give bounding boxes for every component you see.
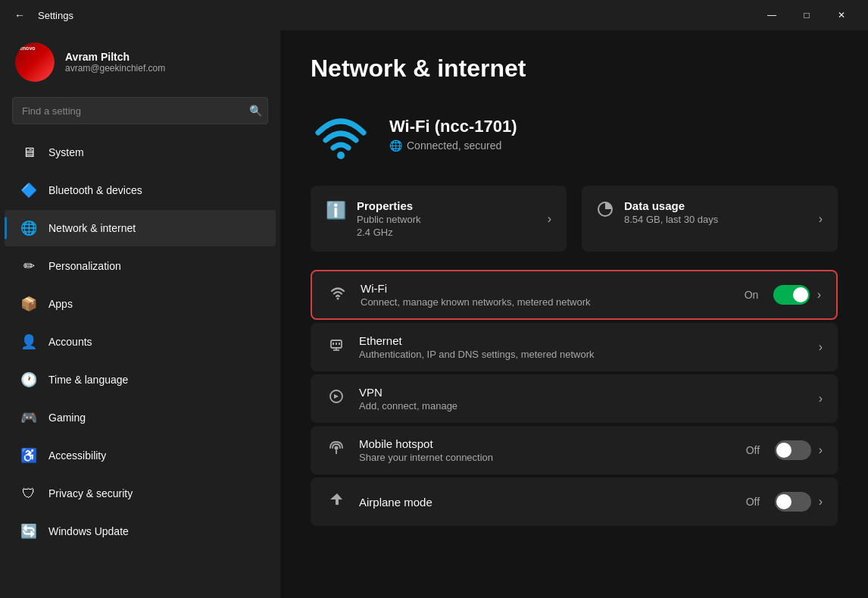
bluetooth-icon: 🔷 bbox=[20, 181, 38, 199]
properties-title: Properties bbox=[357, 199, 537, 212]
user-section[interactable]: lenovo Avram Piltch avram@geekinchief.co… bbox=[0, 30, 280, 94]
airplane-setting-title: Airplane mode bbox=[359, 496, 734, 509]
main-content: Network & internet Wi- bbox=[280, 30, 868, 598]
toggle-hotspot[interactable] bbox=[775, 440, 811, 460]
network-icon: 🌐 bbox=[20, 219, 38, 237]
vpn-setting-right: › bbox=[819, 392, 823, 405]
system-label: System bbox=[48, 146, 84, 158]
lenovo-logo: lenovo bbox=[18, 45, 36, 51]
time-label: Time & language bbox=[48, 374, 128, 386]
globe-icon: 🌐 bbox=[389, 139, 402, 152]
wifi-status: 🌐 Connected, secured bbox=[389, 139, 517, 152]
settings-list: Wi-Fi Connect, manage known networks, me… bbox=[311, 270, 838, 526]
wifi-status-text: Connected, secured bbox=[407, 139, 501, 152]
wifi-setting-icon bbox=[327, 284, 348, 305]
user-info: Avram Piltch avram@geekinchief.com bbox=[65, 51, 165, 74]
chevron-wifi: › bbox=[817, 288, 821, 302]
minimize-button[interactable]: — bbox=[754, 3, 789, 27]
data-usage-sub: 8.54 GB, last 30 days bbox=[624, 214, 808, 225]
toggle-thumb-hotspot bbox=[776, 443, 792, 458]
sidebar-item-bluetooth[interactable]: 🔷 Bluetooth & devices bbox=[5, 172, 276, 208]
chevron-ethernet: › bbox=[819, 340, 823, 354]
wifi-setting-title: Wi-Fi bbox=[361, 282, 732, 295]
wifi-setting-sub: Connect, manage known networks, metered … bbox=[361, 296, 732, 308]
setting-row-wifi[interactable]: Wi-Fi Connect, manage known networks, me… bbox=[311, 270, 838, 320]
properties-sub1: Public network bbox=[357, 214, 537, 225]
apps-label: Apps bbox=[48, 298, 73, 310]
time-icon: 🕐 bbox=[20, 371, 38, 389]
vpn-setting-text: VPN Add, connect, manage bbox=[359, 386, 807, 412]
svg-point-10 bbox=[335, 446, 339, 450]
svg-rect-4 bbox=[333, 343, 334, 345]
properties-card[interactable]: ℹ️ Properties Public network 2.4 GHz › bbox=[311, 186, 567, 252]
info-row: ℹ️ Properties Public network 2.4 GHz › bbox=[311, 186, 838, 252]
sidebar-item-update[interactable]: 🔄 Windows Update bbox=[5, 513, 276, 549]
wifi-hero: Wi-Fi (ncc-1701) 🌐 Connected, secured bbox=[311, 104, 838, 164]
sidebar-item-time[interactable]: 🕐 Time & language bbox=[5, 362, 276, 398]
info-icon: ℹ️ bbox=[326, 201, 346, 221]
accessibility-icon: ♿ bbox=[20, 446, 38, 465]
hotspot-setting-text: Mobile hotspot Share your internet conne… bbox=[359, 437, 734, 463]
sidebar-item-apps[interactable]: 📦 Apps bbox=[5, 286, 276, 322]
sidebar-item-gaming[interactable]: 🎮 Gaming bbox=[5, 399, 276, 436]
sidebar-item-privacy[interactable]: 🛡 Privacy & security bbox=[5, 475, 276, 512]
wifi-icon-large bbox=[311, 104, 371, 164]
avatar: lenovo bbox=[15, 42, 55, 82]
sidebar-item-network[interactable]: 🌐 Network & internet bbox=[5, 210, 276, 246]
setting-row-hotspot[interactable]: Mobile hotspot Share your internet conne… bbox=[311, 426, 838, 474]
back-button[interactable]: ← bbox=[9, 5, 30, 26]
search-input[interactable] bbox=[12, 97, 268, 124]
avatar-inner: lenovo bbox=[15, 42, 55, 82]
ethernet-setting-sub: Authentication, IP and DNS settings, met… bbox=[359, 349, 807, 360]
gaming-icon: 🎮 bbox=[20, 409, 38, 427]
accounts-label: Accounts bbox=[48, 336, 92, 348]
titlebar-controls: — □ ✕ bbox=[754, 3, 859, 27]
toggle-airplane[interactable] bbox=[775, 492, 811, 512]
setting-row-vpn[interactable]: VPN Add, connect, manage › bbox=[311, 374, 838, 423]
toggle-label-airplane: Off bbox=[746, 496, 767, 508]
vpn-setting-icon bbox=[326, 388, 347, 409]
sidebar-item-accessibility[interactable]: ♿ Accessibility bbox=[5, 437, 276, 474]
svg-rect-6 bbox=[339, 343, 340, 345]
personalization-label: Personalization bbox=[48, 260, 121, 272]
setting-row-ethernet[interactable]: Ethernet Authentication, IP and DNS sett… bbox=[311, 323, 838, 371]
personalization-icon: ✏ bbox=[20, 257, 38, 275]
setting-row-airplane[interactable]: Airplane mode Off › bbox=[311, 477, 838, 526]
privacy-icon: 🛡 bbox=[20, 484, 38, 503]
hotspot-setting-right: Off › bbox=[746, 440, 823, 460]
system-icon: 🖥 bbox=[20, 143, 38, 161]
content: lenovo Avram Piltch avram@geekinchief.co… bbox=[0, 30, 868, 598]
search-icon[interactable]: 🔍 bbox=[249, 105, 262, 117]
hotspot-setting-icon bbox=[326, 440, 347, 461]
network-label: Network & internet bbox=[48, 222, 136, 234]
accessibility-label: Accessibility bbox=[48, 449, 106, 462]
chevron-vpn: › bbox=[819, 392, 823, 405]
nav-list: 🖥 System 🔷 Bluetooth & devices 🌐 Network… bbox=[0, 133, 280, 550]
titlebar-left: ← Settings bbox=[9, 5, 73, 26]
maximize-button[interactable]: □ bbox=[789, 3, 824, 27]
settings-window: ← Settings — □ ✕ lenovo Avram Piltch avr… bbox=[0, 0, 868, 598]
data-usage-card-text: Data usage 8.54 GB, last 30 days bbox=[624, 199, 808, 225]
vpn-setting-title: VPN bbox=[359, 386, 807, 399]
properties-chevron: › bbox=[548, 212, 551, 226]
wifi-setting-text: Wi-Fi Connect, manage known networks, me… bbox=[361, 282, 732, 308]
bluetooth-label: Bluetooth & devices bbox=[48, 184, 142, 196]
svg-point-0 bbox=[337, 152, 345, 159]
sidebar-item-system[interactable]: 🖥 System bbox=[5, 134, 276, 171]
sidebar-item-accounts[interactable]: 👤 Accounts bbox=[5, 324, 276, 360]
svg-rect-5 bbox=[336, 343, 337, 345]
accounts-icon: 👤 bbox=[20, 333, 38, 351]
app-title: Settings bbox=[38, 10, 73, 21]
toggle-wifi[interactable] bbox=[773, 285, 810, 305]
close-button[interactable]: ✕ bbox=[824, 3, 859, 27]
titlebar: ← Settings — □ ✕ bbox=[0, 0, 868, 30]
properties-card-text: Properties Public network 2.4 GHz bbox=[357, 199, 537, 238]
search-box: 🔍 bbox=[12, 97, 268, 124]
ethernet-setting-title: Ethernet bbox=[359, 334, 807, 347]
wifi-setting-right: On › bbox=[745, 285, 821, 305]
data-usage-card[interactable]: Data usage 8.54 GB, last 30 days › bbox=[582, 186, 838, 252]
data-usage-chevron: › bbox=[819, 212, 823, 226]
properties-sub2: 2.4 GHz bbox=[357, 227, 537, 238]
sidebar: lenovo Avram Piltch avram@geekinchief.co… bbox=[0, 30, 280, 598]
sidebar-item-personalization[interactable]: ✏ Personalization bbox=[5, 248, 276, 284]
